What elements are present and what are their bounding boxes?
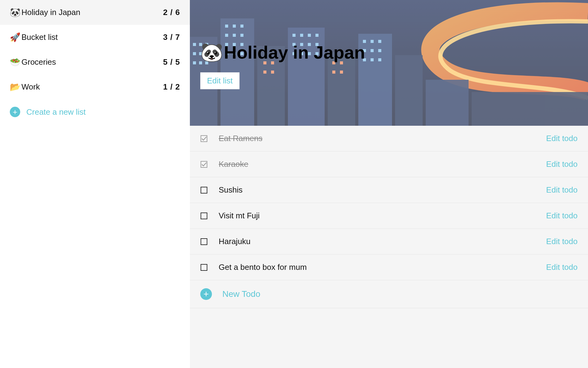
edit-todo-button[interactable]: Edit todo (546, 159, 578, 169)
todo-label: Harajuku (219, 237, 546, 246)
checkbox-unchecked-icon[interactable] (200, 186, 208, 194)
plus-icon: + (10, 107, 20, 117)
svg-rect-65 (201, 264, 207, 270)
edit-todo-button[interactable]: Edit todo (546, 211, 578, 220)
todo-label: Karaoke (219, 159, 546, 169)
sidebar-item-count: 1 / 2 (163, 82, 180, 92)
edit-todo-button[interactable]: Edit todo (546, 185, 578, 195)
sidebar-item-count: 2 / 6 (163, 8, 180, 17)
main: 🐼 Holiday in Japan Edit list Eat Ramens … (190, 0, 588, 368)
create-list-label: Create a new list (26, 107, 86, 117)
sidebar-item-label: Work (21, 82, 163, 92)
checkbox-unchecked-icon[interactable] (200, 264, 208, 271)
todo-row: Karaoke Edit todo (190, 151, 588, 177)
todo-label: Sushis (219, 185, 546, 195)
svg-rect-63 (201, 213, 207, 219)
edit-todo-button[interactable]: Edit todo (546, 237, 578, 246)
sidebar: 🐼 Holiday in Japan 2 / 6 🚀 Bucket list 3… (0, 0, 190, 368)
todo-row: Visit mt Fuji Edit todo (190, 203, 588, 229)
list-hero: 🐼 Holiday in Japan Edit list (190, 0, 588, 126)
edit-todo-button[interactable]: Edit todo (546, 263, 578, 272)
sidebar-item-label: Bucket list (21, 33, 163, 42)
checkbox-checked-icon[interactable] (200, 135, 208, 142)
checkbox-unchecked-icon[interactable] (200, 212, 208, 220)
new-todo-button[interactable]: + New Todo (190, 280, 588, 308)
list-icon: 📂 (10, 82, 21, 92)
todo-row: Eat Ramens Edit todo (190, 126, 588, 151)
list-icon: 🐼 (10, 7, 21, 17)
sidebar-item-count: 3 / 7 (163, 33, 180, 42)
page-title: Holiday in Japan (224, 42, 365, 63)
svg-rect-62 (201, 187, 207, 193)
todo-label: Visit mt Fuji (219, 211, 546, 220)
sidebar-item-label: Groceries (21, 57, 163, 67)
sidebar-item-label: Holiday in Japan (21, 8, 163, 17)
todo-row: Get a bento box for mum Edit todo (190, 255, 588, 280)
todo-row: Harajuku Edit todo (190, 229, 588, 255)
todo-label: Eat Ramens (219, 134, 546, 143)
todo-label: Get a bento box for mum (219, 263, 546, 272)
list-icon: 🚀 (10, 32, 21, 42)
list-icon: 🥗 (10, 57, 21, 67)
checkbox-checked-icon[interactable] (200, 161, 208, 168)
sidebar-item-work[interactable]: 📂 Work 1 / 2 (0, 75, 190, 99)
sidebar-item-count: 5 / 5 (163, 57, 180, 67)
hero-content: 🐼 Holiday in Japan Edit list (200, 41, 365, 89)
sidebar-item-holiday-in-japan[interactable]: 🐼 Holiday in Japan 2 / 6 (0, 0, 190, 25)
plus-icon: + (200, 288, 212, 300)
new-todo-label: New Todo (222, 289, 260, 299)
todo-row: Sushis Edit todo (190, 177, 588, 203)
create-list-button[interactable]: + Create a new list (0, 99, 190, 125)
sidebar-item-bucket-list[interactable]: 🚀 Bucket list 3 / 7 (0, 25, 190, 50)
svg-rect-64 (201, 239, 207, 245)
edit-list-button[interactable]: Edit list (200, 72, 239, 89)
sidebar-item-groceries[interactable]: 🥗 Groceries 5 / 5 (0, 50, 190, 75)
list-icon: 🐼 (200, 41, 223, 63)
todo-list: Eat Ramens Edit todo Karaoke Edit todo S… (190, 126, 588, 368)
edit-todo-button[interactable]: Edit todo (546, 134, 578, 143)
checkbox-unchecked-icon[interactable] (200, 238, 208, 245)
